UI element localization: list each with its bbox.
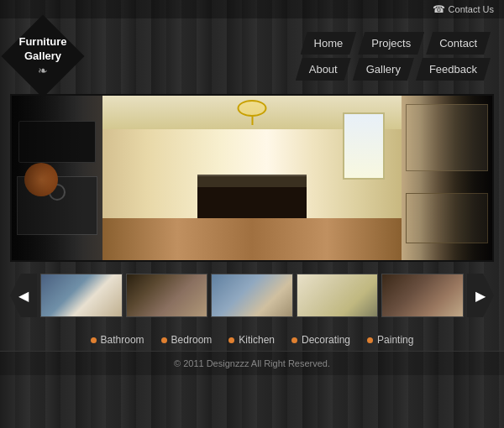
thumb-bathroom[interactable] <box>40 274 123 317</box>
nav-container: Home Projects Contact About Gallery Feed… <box>296 32 491 81</box>
thumb-bedroom[interactable] <box>126 274 208 317</box>
thumb-painting[interactable] <box>381 274 464 317</box>
thumb-decorating[interactable] <box>297 274 379 317</box>
nav-row-1: Home Projects Contact <box>301 32 491 55</box>
kitchen-left-panel <box>12 96 102 260</box>
category-label-decorating: Decorating <box>302 334 350 346</box>
kitchen-photo <box>12 96 492 260</box>
main-image <box>10 94 494 262</box>
category-bathroom[interactable]: Bathroom <box>91 334 144 346</box>
right-cabinet-upper <box>406 104 488 171</box>
nav-contact[interactable]: Contact <box>426 32 491 55</box>
nav-row-2: About Gallery Feedback <box>296 58 491 81</box>
contact-us-label: Contact Us <box>449 4 494 14</box>
category-bar: Bathroom Bedroom Kitichen Decorating Pai… <box>0 329 504 351</box>
logo-container: Furniture Gallery ❧ <box>13 27 81 86</box>
logo-text-wrapper: Furniture Gallery ❧ <box>18 35 66 77</box>
kitchen-center <box>102 96 402 260</box>
nav-gallery[interactable]: Gallery <box>353 58 414 81</box>
category-bedroom[interactable]: Bedroom <box>161 334 213 346</box>
nav-feedback[interactable]: Feedback <box>416 58 491 81</box>
microwave <box>18 121 96 163</box>
category-label-kitchen: Kitichen <box>239 334 275 346</box>
thumbnail-strip: ◀ ▶ <box>0 267 504 324</box>
logo-diamond: Furniture Gallery ❧ <box>2 15 85 98</box>
logo-swirl-icon: ❧ <box>18 64 66 77</box>
chandelier <box>238 100 267 125</box>
copper-pot <box>24 163 58 196</box>
category-kitchen[interactable]: Kitichen <box>228 334 275 346</box>
prev-arrow[interactable]: ◀ <box>10 274 37 317</box>
header: Furniture Gallery ❧ Home Projects Contac… <box>0 18 504 94</box>
category-dot-kitchen <box>228 337 234 343</box>
logo-line1: Furniture <box>18 35 66 50</box>
nav-about[interactable]: About <box>296 58 351 81</box>
phone-icon: ☎ <box>433 3 445 15</box>
nav-projects[interactable]: Projects <box>358 32 424 55</box>
category-dot-bathroom <box>91 337 97 343</box>
window <box>343 112 385 180</box>
nav-home[interactable]: Home <box>301 32 357 55</box>
category-dot-bedroom <box>161 337 167 343</box>
next-arrow[interactable]: ▶ <box>467 274 494 317</box>
category-label-painting: Painting <box>377 334 413 346</box>
thumbnails-container <box>37 274 467 317</box>
kitchen-right-panel <box>402 96 492 260</box>
category-painting[interactable]: Painting <box>367 334 413 346</box>
category-decorating[interactable]: Decorating <box>291 334 350 346</box>
footer-text: © 2011 Designzzz All Right Reserved. <box>174 358 330 368</box>
category-dot-decorating <box>291 337 297 343</box>
thumb-kitchen[interactable] <box>211 274 293 317</box>
category-dot-painting <box>367 337 373 343</box>
top-bar: ☎ Contact Us <box>0 0 504 18</box>
category-label-bedroom: Bedroom <box>171 334 213 346</box>
right-cabinet-lower <box>406 193 488 243</box>
logo-line2: Gallery <box>18 50 66 64</box>
contact-us-link[interactable]: ☎ Contact Us <box>433 3 494 15</box>
footer: © 2011 Designzzz All Right Reserved. <box>0 351 504 375</box>
floor <box>102 218 402 260</box>
category-label-bathroom: Bathroom <box>101 334 144 346</box>
